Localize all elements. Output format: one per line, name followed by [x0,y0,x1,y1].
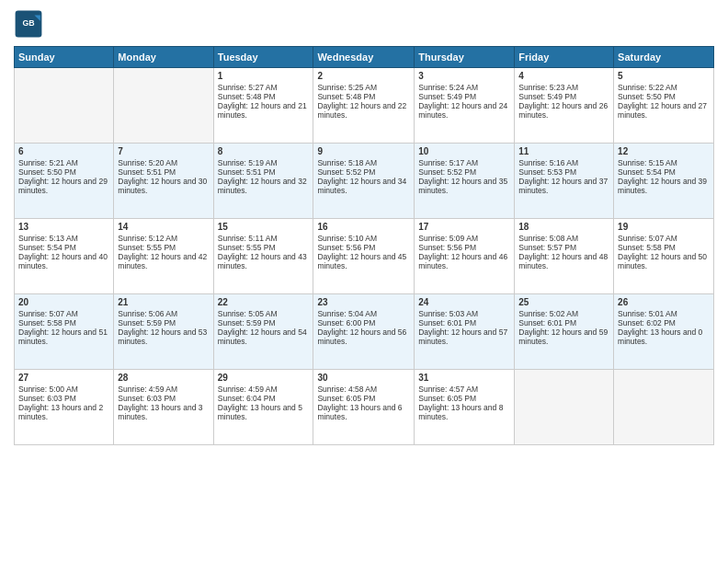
sunset-text: Sunset: 5:58 PM [618,243,710,252]
calendar-cell: 22Sunrise: 5:05 AMSunset: 5:59 PMDayligh… [213,294,313,370]
day-number: 17 [418,222,510,232]
day-number: 5 [618,71,710,81]
day-number: 2 [317,71,410,81]
sunrise-text: Sunrise: 5:01 AM [618,309,710,318]
sunrise-text: Sunrise: 5:16 AM [518,158,609,167]
daylight-text: Daylight: 12 hours and 43 minutes. [218,252,310,270]
daylight-text: Daylight: 12 hours and 37 minutes. [518,177,609,195]
sunset-text: Sunset: 5:53 PM [518,167,609,177]
week-row-4: 20Sunrise: 5:07 AMSunset: 5:58 PMDayligh… [15,294,714,370]
svg-text:GB: GB [22,18,34,28]
day-number: 29 [218,373,310,383]
sunset-text: Sunset: 6:02 PM [618,318,710,327]
day-number: 9 [317,146,410,156]
sunset-text: Sunset: 5:48 PM [218,92,310,101]
day-number: 6 [18,146,109,156]
sunrise-text: Sunrise: 5:24 AM [418,83,510,92]
header-day-saturday: Saturday [614,47,714,68]
sunset-text: Sunset: 6:05 PM [418,394,510,403]
daylight-text: Daylight: 12 hours and 22 minutes. [317,101,410,120]
sunset-text: Sunset: 6:03 PM [18,394,109,403]
calendar-cell [15,68,114,144]
header-day-sunday: Sunday [15,47,114,68]
sunrise-text: Sunrise: 5:18 AM [317,158,410,167]
day-number: 3 [418,71,510,81]
day-number: 1 [218,71,310,81]
sunrise-text: Sunrise: 5:07 AM [18,309,109,318]
calendar-cell: 25Sunrise: 5:02 AMSunset: 6:01 PMDayligh… [515,294,614,370]
calendar-cell: 20Sunrise: 5:07 AMSunset: 5:58 PMDayligh… [15,294,114,370]
sunset-text: Sunset: 6:01 PM [518,318,609,327]
sunrise-text: Sunrise: 5:15 AM [618,158,710,167]
sunrise-text: Sunrise: 5:05 AM [218,309,310,318]
day-number: 4 [518,71,609,81]
sunrise-text: Sunrise: 5:10 AM [317,234,410,243]
calendar-cell: 9Sunrise: 5:18 AMSunset: 5:52 PMDaylight… [313,144,415,219]
sunrise-text: Sunrise: 4:57 AM [418,385,510,394]
sunset-text: Sunset: 6:04 PM [218,394,310,403]
calendar-cell [515,370,614,445]
calendar-cell: 3Sunrise: 5:24 AMSunset: 5:49 PMDaylight… [415,68,515,144]
sunrise-text: Sunrise: 5:19 AM [218,158,310,167]
daylight-text: Daylight: 12 hours and 40 minutes. [18,252,109,270]
calendar-table: SundayMondayTuesdayWednesdayThursdayFrid… [14,46,714,445]
day-number: 7 [118,146,209,156]
daylight-text: Daylight: 12 hours and 46 minutes. [418,252,510,270]
calendar-cell: 16Sunrise: 5:10 AMSunset: 5:56 PMDayligh… [313,219,415,294]
day-number: 31 [418,373,510,383]
sunset-text: Sunset: 5:51 PM [118,167,209,177]
daylight-text: Daylight: 12 hours and 48 minutes. [518,252,609,270]
calendar-cell [114,68,213,144]
header-day-wednesday: Wednesday [313,47,415,68]
daylight-text: Daylight: 12 hours and 30 minutes. [118,177,209,195]
calendar-container: GB SundayMondayTuesdayWednesdayThursdayF… [0,0,728,563]
sunrise-text: Sunrise: 5:20 AM [118,158,209,167]
sunset-text: Sunset: 5:55 PM [118,243,209,252]
daylight-text: Daylight: 13 hours and 6 minutes. [317,403,410,421]
day-number: 10 [418,146,510,156]
daylight-text: Daylight: 12 hours and 59 minutes. [518,327,609,346]
day-number: 12 [618,146,710,156]
day-number: 22 [218,297,310,307]
week-row-2: 6Sunrise: 5:21 AMSunset: 5:50 PMDaylight… [15,144,714,219]
calendar-cell: 8Sunrise: 5:19 AMSunset: 5:51 PMDaylight… [213,144,313,219]
calendar-cell: 26Sunrise: 5:01 AMSunset: 6:02 PMDayligh… [614,294,714,370]
day-number: 26 [618,297,710,307]
sunrise-text: Sunrise: 5:22 AM [618,83,710,92]
sunset-text: Sunset: 5:49 PM [418,92,510,101]
day-number: 25 [518,297,609,307]
calendar-body: 1Sunrise: 5:27 AMSunset: 5:48 PMDaylight… [15,68,714,445]
day-number: 28 [118,373,209,383]
calendar-cell: 14Sunrise: 5:12 AMSunset: 5:55 PMDayligh… [114,219,213,294]
sunrise-text: Sunrise: 5:08 AM [518,234,609,243]
sunrise-text: Sunrise: 5:00 AM [18,385,109,394]
calendar-cell: 31Sunrise: 4:57 AMSunset: 6:05 PMDayligh… [415,370,515,445]
calendar-cell: 29Sunrise: 4:59 AMSunset: 6:04 PMDayligh… [213,370,313,445]
header-day-thursday: Thursday [415,47,515,68]
day-number: 11 [518,146,609,156]
daylight-text: Daylight: 13 hours and 0 minutes. [618,327,710,346]
calendar-cell: 18Sunrise: 5:08 AMSunset: 5:57 PMDayligh… [515,219,614,294]
calendar-cell: 24Sunrise: 5:03 AMSunset: 6:01 PMDayligh… [415,294,515,370]
daylight-text: Daylight: 13 hours and 5 minutes. [218,403,310,421]
calendar-cell: 11Sunrise: 5:16 AMSunset: 5:53 PMDayligh… [515,144,614,219]
header-day-tuesday: Tuesday [213,47,313,68]
day-number: 19 [618,222,710,232]
calendar-cell: 27Sunrise: 5:00 AMSunset: 6:03 PMDayligh… [15,370,114,445]
calendar-cell: 28Sunrise: 4:59 AMSunset: 6:03 PMDayligh… [114,370,213,445]
daylight-text: Daylight: 12 hours and 39 minutes. [618,177,710,195]
sunrise-text: Sunrise: 5:23 AM [518,83,609,92]
daylight-text: Daylight: 13 hours and 2 minutes. [18,403,109,421]
day-number: 30 [317,373,410,383]
logo-icon: GB [14,9,43,39]
logo: GB [14,9,47,39]
daylight-text: Daylight: 12 hours and 21 minutes. [218,101,310,120]
sunrise-text: Sunrise: 5:07 AM [618,234,710,243]
sunrise-text: Sunrise: 4:59 AM [118,385,209,394]
sunset-text: Sunset: 6:01 PM [418,318,510,327]
sunset-text: Sunset: 5:54 PM [618,167,710,177]
sunset-text: Sunset: 5:50 PM [18,167,109,177]
sunset-text: Sunset: 5:58 PM [18,318,109,327]
calendar-cell: 17Sunrise: 5:09 AMSunset: 5:56 PMDayligh… [415,219,515,294]
sunset-text: Sunset: 6:03 PM [118,394,209,403]
